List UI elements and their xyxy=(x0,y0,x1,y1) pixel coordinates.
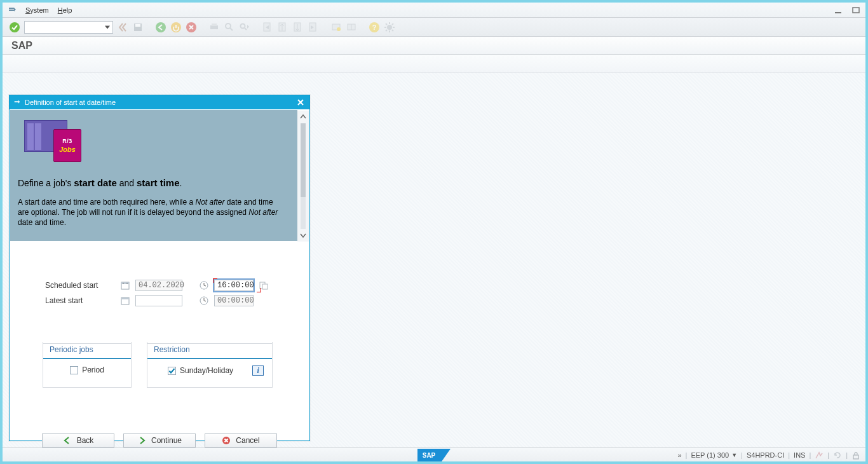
dialog-title-icon xyxy=(13,99,21,106)
status-refresh-icon[interactable] xyxy=(833,451,842,460)
illu-text-top: R/3 xyxy=(62,138,72,144)
layout-icon xyxy=(346,22,357,33)
latest-start-row: Latest start 00:00:00 xyxy=(45,295,294,306)
main-area: Definition of start at date/time R/3 Job… xyxy=(3,72,865,447)
menu-indicator-icon[interactable] xyxy=(8,6,17,15)
svg-rect-35 xyxy=(15,101,18,102)
ok-icon[interactable] xyxy=(9,22,20,33)
period-checkbox[interactable] xyxy=(70,366,78,374)
clock-icon[interactable] xyxy=(199,296,209,306)
dialog-button-row: Back Continue Cancel xyxy=(10,388,309,447)
status-system[interactable]: EEP (1) 300 ▼ xyxy=(691,451,737,459)
status-system-text: EEP (1) 300 xyxy=(691,451,729,459)
dialog-title-text: Definition of start at date/time xyxy=(25,99,292,106)
cancel-icon[interactable] xyxy=(186,22,197,33)
back-button-label: Back xyxy=(77,436,94,445)
svg-line-13 xyxy=(230,28,233,31)
menu-help[interactable]: Help xyxy=(58,6,72,14)
find-next-icon xyxy=(239,22,250,33)
svg-rect-53 xyxy=(853,455,858,459)
period-checkbox-label: Period xyxy=(82,365,104,374)
page-title: SAP xyxy=(3,37,865,55)
dialog-titlebar: Definition of start at date/time xyxy=(10,95,309,109)
periodic-jobs-group: Periodic jobs Period xyxy=(43,342,132,388)
continue-button[interactable]: Continue xyxy=(123,433,196,447)
menu-help-label: elp xyxy=(63,6,72,14)
save-icon[interactable] xyxy=(132,22,144,33)
scheduled-time-input[interactable]: 16:00:00 xyxy=(214,280,254,291)
sunday-holiday-label: Sunday/Holiday xyxy=(180,366,233,375)
start-datetime-dialog: Definition of start at date/time R/3 Job… xyxy=(9,95,310,441)
sap-logo: SAP xyxy=(417,449,451,461)
scroll-down-icon[interactable] xyxy=(298,230,308,240)
svg-point-14 xyxy=(241,24,245,28)
back-icon[interactable] xyxy=(155,22,166,33)
svg-rect-46 xyxy=(121,297,129,299)
command-field[interactable] xyxy=(24,21,113,34)
svg-rect-11 xyxy=(212,24,217,26)
application-toolbar xyxy=(3,55,865,72)
restriction-legend: Restriction xyxy=(147,343,272,355)
svg-rect-44 xyxy=(262,284,268,289)
periodic-legend: Periodic jobs xyxy=(43,343,131,355)
clock-icon[interactable] xyxy=(199,280,209,290)
svg-point-39 xyxy=(126,283,128,284)
svg-rect-6 xyxy=(135,24,140,27)
svg-text:?: ? xyxy=(372,24,377,31)
status-script-icon[interactable] xyxy=(815,451,824,460)
last-page-icon xyxy=(308,22,319,33)
svg-point-12 xyxy=(226,24,231,29)
window-minimize-icon[interactable] xyxy=(834,6,843,15)
svg-rect-37 xyxy=(121,282,129,284)
calendar-icon[interactable] xyxy=(120,296,130,306)
menu-system[interactable]: System xyxy=(25,6,49,14)
svg-point-26 xyxy=(387,25,392,30)
svg-rect-0 xyxy=(9,10,14,11)
jobs-illustration: R/3 Jobs xyxy=(18,118,88,165)
info-panel: R/3 Jobs Define a job's start date and s… xyxy=(10,110,297,241)
scheduled-date-input[interactable]: 04.02.2020 xyxy=(135,280,182,291)
exit-icon[interactable] xyxy=(170,22,182,33)
restriction-info-icon[interactable]: i xyxy=(252,365,264,376)
svg-line-31 xyxy=(386,24,387,25)
sunday-holiday-checkbox[interactable] xyxy=(168,367,176,375)
status-lock-icon[interactable] xyxy=(851,451,860,460)
scroll-up-icon[interactable] xyxy=(298,112,308,122)
back-button[interactable]: Back xyxy=(42,433,114,447)
calendar-icon[interactable] xyxy=(120,280,130,290)
status-server: S4HPRD-CI xyxy=(747,451,784,459)
svg-point-7 xyxy=(156,22,166,32)
latest-time-input[interactable]: 00:00:00 xyxy=(214,295,254,306)
svg-text:SAP: SAP xyxy=(423,452,436,459)
status-expand-icon[interactable]: » xyxy=(677,451,681,459)
statusbar: SAP » | EEP (1) 300 ▼ | S4HPRD-CI | INS … xyxy=(3,447,865,461)
svg-rect-3 xyxy=(853,8,859,13)
window-restore-icon[interactable] xyxy=(851,6,860,15)
cancel-button[interactable]: Cancel xyxy=(205,433,277,447)
main-toolbar: ? xyxy=(3,18,865,37)
dialog-close-button[interactable] xyxy=(295,97,306,107)
menubar: System Help xyxy=(3,3,865,18)
prev-page-icon xyxy=(277,22,288,33)
svg-line-15 xyxy=(245,28,247,30)
scheduled-start-label: Scheduled start xyxy=(45,281,115,290)
back-chevrons-icon[interactable] xyxy=(117,22,128,33)
svg-rect-2 xyxy=(835,12,841,13)
settings-icon[interactable] xyxy=(384,22,395,33)
info-scrollbar[interactable] xyxy=(297,111,309,242)
menu-system-label: ystem xyxy=(30,6,48,14)
page-title-text: SAP xyxy=(11,40,32,51)
svg-line-32 xyxy=(392,30,393,31)
status-insert-mode: INS xyxy=(794,451,805,459)
help-icon[interactable]: ? xyxy=(369,22,380,33)
next-page-icon xyxy=(292,22,304,33)
svg-point-38 xyxy=(123,283,124,284)
info-heading: Define a job's start date and start time… xyxy=(18,177,286,188)
svg-line-33 xyxy=(392,24,393,25)
illu-text-bottom: Jobs xyxy=(59,146,76,153)
latest-start-label: Latest start xyxy=(45,296,115,305)
latest-date-input[interactable] xyxy=(135,295,182,306)
schedule-form: Scheduled start 04.02.2020 16:00:00 Late… xyxy=(10,242,309,317)
new-session-icon xyxy=(330,22,342,33)
cancel-button-label: Cancel xyxy=(236,436,259,445)
